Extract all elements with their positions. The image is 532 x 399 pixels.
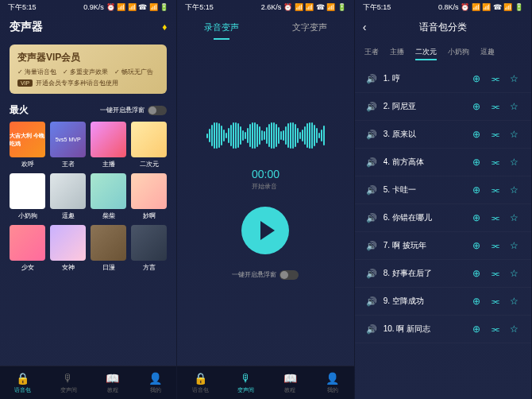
nav-me[interactable]: 👤我的 — [148, 372, 162, 394]
list-item[interactable]: 🔊4. 前方高体⊕⫘☆ — [355, 149, 531, 176]
sound-icon: 🔊 — [366, 74, 377, 84]
download-icon[interactable]: ⊕ — [471, 296, 482, 307]
vip-feature: ✓ 多重变声效果 — [63, 68, 108, 76]
star-icon[interactable]: ☆ — [509, 184, 520, 196]
list-item[interactable]: 🔊6. 你错在哪儿⊕⫘☆ — [355, 204, 531, 232]
screen-category: 下午5:15 0.8K/s⏰ 📶 📶 ☎ 📶 🔋 ‹ 语音包分类 王者 主播 二… — [355, 0, 532, 399]
share-icon[interactable]: ⫘ — [490, 129, 501, 140]
star-icon[interactable]: ☆ — [509, 296, 520, 307]
vip-card[interactable]: 变声器VIP会员 ✓ 海量语音包 ✓ 多重变声效果 ✓ 畅玩无广告 VIP开通会… — [10, 45, 167, 94]
download-icon[interactable]: ⊕ — [471, 323, 482, 335]
grid-item[interactable]: 女神 — [50, 225, 86, 272]
star-icon[interactable]: ☆ — [509, 240, 520, 251]
grid-item[interactable]: 逗趣 — [50, 173, 86, 220]
list-item[interactable]: 🔊5. 卡哇一⊕⫘☆ — [355, 176, 531, 204]
vip-feature: ✓ 海量语音包 — [17, 68, 56, 76]
star-icon[interactable]: ☆ — [509, 129, 520, 140]
record-button[interactable] — [241, 207, 289, 254]
nav-voice-pack[interactable]: 🔒语音包 — [14, 372, 31, 394]
recorder-tabs: 录音变声 文字变声 — [177, 14, 353, 40]
grid-item[interactable]: 日漫 — [91, 225, 126, 272]
grid-item[interactable]: 少女 — [10, 225, 45, 272]
download-icon[interactable]: ⊕ — [471, 157, 482, 168]
sound-icon: 🔊 — [366, 185, 377, 196]
toggle-switch[interactable] — [279, 270, 299, 280]
grid-item[interactable]: 二次元 — [131, 122, 167, 169]
vip-feature: ✓ 畅玩无广告 — [114, 68, 153, 76]
share-icon[interactable]: ⫘ — [490, 268, 501, 279]
sound-icon: 🔊 — [366, 213, 377, 223]
nav-room[interactable]: 🎙变声间 — [60, 372, 77, 394]
download-icon[interactable]: ⊕ — [471, 184, 482, 196]
bottom-nav: 🔒语音包 🎙变声间 📖教程 👤我的 — [0, 366, 176, 399]
list-item[interactable]: 🔊8. 好事在后了⊕⫘☆ — [355, 260, 531, 288]
share-icon[interactable]: ⫘ — [490, 157, 501, 168]
grid-item[interactable]: 小奶狗 — [10, 173, 45, 220]
filter-tab[interactable]: 主播 — [390, 45, 404, 60]
screen-recorder: 下午5:15 2.6K/s⏰ 📶 📶 ☎ 📶 🔋 录音变声 文字变声 docum… — [177, 0, 354, 399]
book-icon: 📖 — [106, 372, 119, 385]
float-toggle[interactable]: 一键开启悬浮窗 — [232, 270, 299, 280]
timer-label: 开始录音 — [252, 182, 279, 191]
grid-item[interactable]: 5vs5 MVP王者 — [50, 122, 86, 169]
vip-badge: VIP — [17, 79, 33, 87]
nav-tutorial[interactable]: 📖教程 — [106, 372, 119, 394]
page-title: 语音包分类 — [419, 21, 467, 33]
person-icon: 👤 — [148, 372, 162, 385]
share-icon[interactable]: ⫘ — [490, 101, 501, 112]
share-icon[interactable]: ⫘ — [490, 240, 501, 251]
nav-room[interactable]: 🎙变声间 — [237, 372, 254, 394]
tab-text[interactable]: 文字变声 — [266, 17, 354, 38]
status-bar: 下午5:15 2.6K/s⏰ 📶 📶 ☎ 📶 🔋 — [177, 0, 353, 14]
app-title: 变声器 — [10, 20, 162, 34]
star-icon[interactable]: ☆ — [509, 323, 520, 335]
bottom-nav: 🔒语音包 🎙变声间 📖教程 👤我的 — [177, 366, 353, 399]
download-icon[interactable]: ⊕ — [471, 240, 482, 251]
nav-tutorial[interactable]: 📖教程 — [283, 372, 297, 394]
star-icon[interactable]: ☆ — [509, 212, 520, 223]
status-time: 下午5:15 — [8, 2, 37, 13]
download-icon[interactable]: ⊕ — [471, 101, 482, 112]
grid-item[interactable]: 妙啊 — [131, 173, 167, 220]
vip-title: 变声器VIP会员 — [17, 51, 159, 64]
status-bar: 下午5:15 0.8K/s⏰ 📶 📶 ☎ 📶 🔋 — [355, 0, 531, 14]
filter-tab[interactable]: 王者 — [364, 45, 379, 60]
float-toggle[interactable]: 一键开启悬浮窗 — [100, 106, 167, 115]
list-item[interactable]: 🔊7. 啊 披玩年⊕⫘☆ — [355, 232, 531, 260]
filter-tab[interactable]: 二次元 — [415, 45, 437, 60]
grid-item[interactable]: 方言 — [131, 225, 167, 272]
download-icon[interactable]: ⊕ — [471, 212, 482, 223]
list-item[interactable]: 🔊2. 阿尼亚⊕⫘☆ — [355, 93, 531, 121]
star-icon[interactable]: ☆ — [509, 73, 520, 84]
back-button[interactable]: ‹ — [363, 21, 367, 33]
download-icon[interactable]: ⊕ — [471, 268, 482, 279]
share-icon[interactable]: ⫘ — [490, 296, 501, 307]
list-item[interactable]: 🔊3. 原来以⊕⫘☆ — [355, 121, 531, 149]
voice-grid: 大吉大利 今晚吃鸡欢呼 5vs5 MVP王者 主播 二次元 小奶狗 逗趣 柴柴 … — [0, 122, 176, 272]
filter-tab[interactable]: 逗趣 — [480, 45, 495, 60]
list-item[interactable]: 🔊9. 空降成功⊕⫘☆ — [355, 288, 531, 316]
share-icon[interactable]: ⫘ — [490, 73, 501, 84]
play-icon — [260, 221, 275, 240]
toggle-switch[interactable] — [148, 106, 167, 115]
share-icon[interactable]: ⫘ — [490, 184, 501, 196]
share-icon[interactable]: ⫘ — [490, 212, 501, 223]
filter-tab[interactable]: 小奶狗 — [448, 45, 469, 60]
sound-icon: 🔊 — [366, 324, 377, 335]
list-item[interactable]: 🔊10. 啊 新同志⊕⫘☆ — [355, 316, 531, 343]
download-icon[interactable]: ⊕ — [471, 73, 482, 84]
star-icon[interactable]: ☆ — [509, 101, 520, 112]
list-item[interactable]: 🔊1. 哼⊕⫘☆ — [355, 65, 531, 93]
share-icon[interactable]: ⫘ — [490, 323, 501, 335]
download-icon[interactable]: ⊕ — [471, 129, 482, 140]
grid-item[interactable]: 柴柴 — [91, 173, 126, 220]
diamond-icon[interactable]: ♦ — [162, 21, 167, 33]
grid-item[interactable]: 主播 — [91, 122, 126, 169]
nav-me[interactable]: 👤我的 — [326, 372, 339, 394]
waveform: document.write(Array.from({length:50},(_… — [206, 120, 325, 152]
star-icon[interactable]: ☆ — [509, 268, 520, 279]
star-icon[interactable]: ☆ — [509, 157, 520, 168]
nav-voice-pack[interactable]: 🔒语音包 — [192, 372, 209, 394]
grid-item[interactable]: 大吉大利 今晚吃鸡欢呼 — [10, 122, 45, 169]
tab-record[interactable]: 录音变声 — [177, 17, 265, 38]
